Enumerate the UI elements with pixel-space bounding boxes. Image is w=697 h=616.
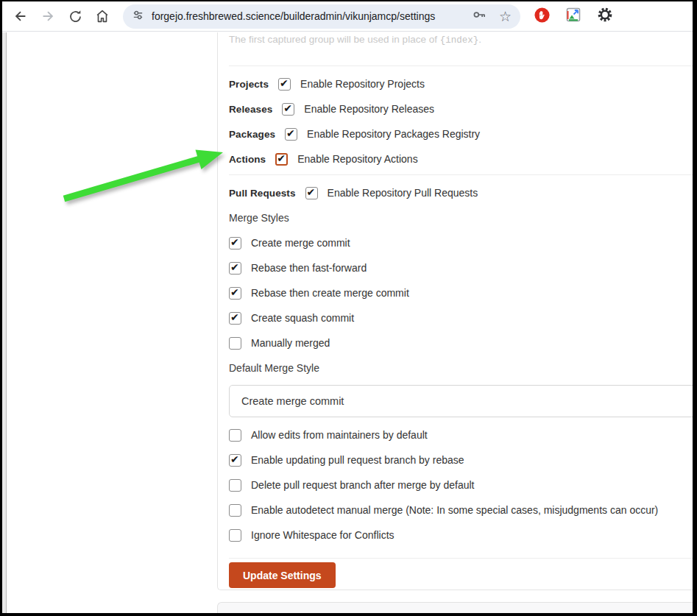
actions-checkbox[interactable]	[275, 153, 288, 166]
releases-checkbox-label[interactable]: Enable Repository Releases	[304, 103, 434, 115]
delete-branch-after-merge-checkbox[interactable]	[229, 479, 241, 492]
screenshot-extension-icon[interactable]	[566, 7, 581, 25]
back-button[interactable]	[10, 5, 32, 27]
releases-row: Releases Enable Repository Releases	[229, 102, 693, 116]
packages-label: Packages	[229, 129, 275, 140]
section-divider	[229, 66, 693, 66]
create-merge-commit-checkbox[interactable]	[229, 237, 241, 249]
packages-checkbox-label[interactable]: Enable Repository Packages Registry	[307, 128, 480, 140]
browser-toolbar: forgejo.freshbrewed.science/builderadmin…	[2, 1, 693, 32]
autodetect-manual-merge-checkbox[interactable]	[229, 504, 241, 517]
reload-button[interactable]	[64, 5, 86, 27]
reload-icon	[68, 9, 83, 24]
create-merge-commit-label[interactable]: Create merge commit	[251, 237, 350, 249]
forward-icon	[40, 8, 56, 24]
url-text[interactable]: forgejo.freshbrewed.science/builderadmin…	[152, 10, 465, 22]
index-token: {index}	[440, 35, 479, 46]
merge-style-row: Rebase then fast-forward	[229, 261, 693, 275]
default-merge-style-select[interactable]: Create merge commit	[229, 385, 693, 417]
url-bar[interactable]: forgejo.freshbrewed.science/builderadmin…	[123, 4, 520, 29]
allow-maintainer-edits-label[interactable]: Allow edits from maintainers by default	[251, 429, 428, 441]
projects-row: Projects Enable Repository Projects	[229, 77, 693, 91]
projects-checkbox[interactable]	[278, 78, 291, 91]
update-settings-button[interactable]: Update Settings	[229, 562, 336, 588]
update-branch-by-rebase-label[interactable]: Enable updating pull request branch by r…	[251, 454, 464, 466]
allow-maintainer-edits-checkbox[interactable]	[229, 429, 241, 442]
next-section-panel	[217, 602, 693, 613]
squash-commit-checkbox[interactable]	[229, 312, 241, 325]
password-key-icon[interactable]	[471, 7, 487, 26]
delete-branch-after-merge-label[interactable]: Delete pull request branch after merge b…	[251, 479, 475, 491]
actions-row: Actions Enable Repository Actions	[229, 152, 693, 166]
releases-label: Releases	[229, 104, 272, 115]
section-divider	[229, 174, 693, 175]
pr-option-row: Ignore Whitespace for Conflicts	[229, 528, 693, 542]
pr-option-row: Delete pull request branch after merge b…	[229, 478, 693, 492]
browser-window: forgejo.freshbrewed.science/builderadmin…	[2, 1, 693, 613]
default-merge-style-heading: Default Merge Style	[229, 361, 693, 375]
manually-merged-label[interactable]: Manually merged	[251, 337, 330, 349]
squash-commit-label[interactable]: Create squash commit	[251, 312, 354, 324]
home-icon	[94, 8, 110, 24]
merge-styles-heading: Merge Styles	[229, 210, 693, 225]
manually-merged-checkbox[interactable]	[229, 337, 241, 350]
page-content: The first captured group will be used in…	[2, 32, 693, 613]
regex-help-note: The first captured group will be used in…	[229, 32, 693, 46]
bookmark-star-icon[interactable]: ☆	[499, 10, 512, 24]
settings-panel: The first captured group will be used in…	[217, 32, 693, 590]
gear-extension-icon[interactable]	[596, 6, 614, 26]
site-info-icon[interactable]	[132, 9, 144, 24]
releases-checkbox[interactable]	[282, 103, 294, 116]
actions-label: Actions	[229, 154, 266, 165]
pull-requests-checkbox[interactable]	[305, 187, 318, 199]
autodetect-manual-merge-label[interactable]: Enable autodetect manual merge (Note: In…	[251, 504, 658, 516]
actions-checkbox-label[interactable]: Enable Repository Actions	[297, 153, 417, 165]
default-merge-style-value: Create merge commit	[241, 395, 344, 407]
ignore-whitespace-checkbox[interactable]	[229, 529, 241, 542]
ignore-whitespace-label[interactable]: Ignore Whitespace for Conflicts	[251, 529, 395, 541]
extensions-area	[534, 6, 614, 26]
pr-option-row: Enable updating pull request branch by r…	[229, 453, 693, 467]
left-edge-strip	[2, 32, 7, 613]
merge-style-row: Rebase then create merge commit	[229, 286, 693, 300]
projects-checkbox-label[interactable]: Enable Repository Projects	[300, 78, 425, 90]
merge-style-row: Manually merged	[229, 336, 693, 350]
projects-label: Projects	[229, 79, 269, 90]
rebase-merge-commit-label[interactable]: Rebase then create merge commit	[251, 287, 409, 299]
section-divider	[229, 558, 693, 559]
pr-option-row: Enable autodetect manual merge (Note: In…	[229, 503, 693, 517]
merge-style-row: Create squash commit	[229, 311, 693, 325]
update-branch-by-rebase-checkbox[interactable]	[229, 454, 241, 467]
packages-checkbox[interactable]	[285, 128, 297, 141]
pull-requests-label: Pull Requests	[229, 188, 296, 199]
back-icon	[13, 8, 29, 24]
forward-button[interactable]	[37, 5, 59, 27]
pr-option-row: Allow edits from maintainers by default	[229, 428, 693, 442]
merge-style-row: Create merge commit	[229, 236, 693, 250]
rebase-merge-commit-checkbox[interactable]	[229, 287, 241, 300]
rebase-fast-forward-label[interactable]: Rebase then fast-forward	[251, 262, 367, 274]
adblock-extension-icon[interactable]	[534, 7, 551, 26]
rebase-fast-forward-checkbox[interactable]	[229, 262, 241, 275]
pull-requests-checkbox-label[interactable]: Enable Repository Pull Requests	[328, 187, 478, 199]
home-button[interactable]	[91, 5, 113, 27]
pull-requests-row: Pull Requests Enable Repository Pull Req…	[229, 185, 693, 200]
packages-row: Packages Enable Repository Packages Regi…	[229, 127, 693, 141]
